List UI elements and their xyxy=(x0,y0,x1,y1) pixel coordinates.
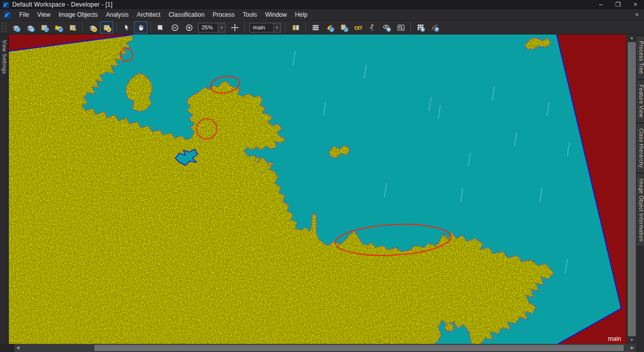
title-bar: Default Workspace - Developer - [1] – ❐ … xyxy=(0,0,644,9)
svg-text:→: → xyxy=(58,27,62,31)
restore-button[interactable]: ❐ xyxy=(609,0,627,9)
menu-image-objects[interactable]: Image Objects xyxy=(54,10,102,20)
svg-text:i: i xyxy=(345,27,346,31)
glasses-icon xyxy=(354,23,363,32)
stackSave-icon xyxy=(26,23,35,32)
vertical-scroll-thumb[interactable] xyxy=(628,42,636,336)
cursor-icon xyxy=(122,23,131,32)
panelPlus-icon: + xyxy=(40,23,49,32)
zoomOut-icon xyxy=(171,23,179,32)
vertical-scrollbar[interactable]: ▲ ▼ xyxy=(626,34,637,344)
save-project-button[interactable] xyxy=(23,21,37,33)
zoom-level-select[interactable]: 25%▼ xyxy=(198,23,226,32)
edit-image-layer-mixing-button[interactable] xyxy=(309,21,322,33)
menu-file[interactable]: File xyxy=(15,10,33,20)
image-view[interactable]: main xyxy=(8,34,626,344)
menu-items: FileViewImage ObjectsAnalysisArchitectCl… xyxy=(15,11,311,18)
map-select-value: main xyxy=(250,24,273,30)
svg-text:i: i xyxy=(331,27,332,31)
area-zoom-button[interactable] xyxy=(154,21,167,33)
menu-architect[interactable]: Architect xyxy=(133,10,165,20)
swooshInfo-icon: i xyxy=(326,23,334,32)
view-settings-info-button[interactable]: i xyxy=(323,21,336,33)
docInfo-icon: i xyxy=(340,23,348,32)
tab-view-settings[interactable]: View Settings xyxy=(1,37,8,78)
menu-analysis[interactable]: Analysis xyxy=(102,10,133,20)
scroll-right-icon[interactable]: ▶ xyxy=(629,344,636,352)
document-close-icon[interactable]: × xyxy=(630,11,644,18)
splitWin-icon xyxy=(292,23,300,32)
main-area: View Settings xyxy=(0,34,644,344)
menu-classification[interactable]: Classification xyxy=(165,10,209,20)
areaZoom-icon xyxy=(156,23,165,32)
tab-feature-view[interactable]: Feature View xyxy=(637,81,644,122)
panWindow-icon xyxy=(231,23,239,32)
split-window-button[interactable] xyxy=(289,21,302,33)
svg-text:+: + xyxy=(17,27,19,31)
stackCoin-icon xyxy=(88,23,97,32)
chevron-down-icon[interactable]: ▼ xyxy=(218,23,225,32)
chevron-down-icon[interactable]: ▼ xyxy=(273,23,280,32)
open-project-button[interactable]: → xyxy=(52,21,65,33)
zoom-in-button[interactable] xyxy=(182,21,196,33)
panelCoin-icon xyxy=(103,23,111,32)
menu-logo-icon xyxy=(4,11,11,19)
menu-tools[interactable]: Tools xyxy=(239,10,261,20)
create-new-workspace-button[interactable]: + xyxy=(38,21,51,33)
tab-process-tree[interactable]: Process Tree xyxy=(637,37,644,78)
curvePencil-icon xyxy=(431,23,439,32)
toolbar-separator xyxy=(410,22,411,32)
zoom-out-button[interactable] xyxy=(168,21,181,33)
zoom-level-select-value: 25% xyxy=(199,24,218,30)
app-logo-icon xyxy=(3,2,9,8)
view-classification-button[interactable] xyxy=(100,21,113,33)
menu-help[interactable]: Help xyxy=(291,10,312,20)
scrollbar-corner-left xyxy=(0,344,14,352)
toolbar-separator xyxy=(150,22,151,32)
scroll-down-icon[interactable]: ▼ xyxy=(627,337,637,344)
horizontal-scrollbar[interactable]: ◀ ▶ xyxy=(14,344,636,352)
classified-image[interactable] xyxy=(9,34,626,344)
close-button[interactable]: × xyxy=(627,0,644,9)
menu-view[interactable]: View xyxy=(33,10,54,20)
toolbar-separator xyxy=(244,22,245,32)
minimize-button[interactable]: – xyxy=(592,0,609,9)
menu-bar: FileViewImage ObjectsAnalysisArchitectCl… xyxy=(0,9,644,21)
view-layer-button[interactable] xyxy=(86,21,99,33)
horizontal-scroll-thumb[interactable] xyxy=(94,345,624,351)
hand-icon xyxy=(137,23,145,32)
edit-thematic-layers-button[interactable] xyxy=(428,21,441,33)
normal-cursor-button[interactable] xyxy=(120,21,133,33)
svg-text:+: + xyxy=(45,27,47,31)
right-panel-strip: Process TreeFeature ViewClass HierarchyI… xyxy=(637,34,644,344)
scroll-up-icon[interactable]: ▲ xyxy=(627,34,637,42)
tab-class-hierarchy[interactable]: Class Hierarchy xyxy=(637,124,644,172)
toolbar-separator xyxy=(82,22,83,32)
pan-tool-button[interactable] xyxy=(134,21,147,33)
pan-window-button[interactable] xyxy=(228,21,241,33)
menu-process[interactable]: Process xyxy=(209,10,239,20)
toolbar-separator xyxy=(285,22,286,32)
toolbar-grip[interactable] xyxy=(2,23,7,32)
map-name-label: main xyxy=(608,335,621,342)
window-title: Default Workspace - Developer - [1] xyxy=(12,1,592,8)
toolbar: ++→25%▼main▼ii xyxy=(0,21,644,34)
map-select[interactable]: main▼ xyxy=(249,23,281,32)
manage-customized-features-button[interactable] xyxy=(414,21,427,33)
panelFolder-icon xyxy=(69,23,77,32)
findBox-icon xyxy=(397,23,405,32)
scroll-left-icon[interactable]: ◀ xyxy=(14,344,21,352)
zoom-scene-to-window-button[interactable] xyxy=(394,21,407,33)
menu-window[interactable]: Window xyxy=(261,10,291,20)
bars-icon xyxy=(311,23,320,32)
object-hierarchy-button[interactable] xyxy=(366,21,379,33)
folderIn-icon: → xyxy=(54,23,63,32)
left-panel-strip: View Settings xyxy=(0,34,8,344)
show-3d-view-button[interactable] xyxy=(351,21,365,33)
app-window: Default Workspace - Developer - [1] – ❐ … xyxy=(0,0,644,352)
image-object-information-button[interactable]: i xyxy=(337,21,350,33)
create-new-project-button[interactable]: + xyxy=(9,21,22,33)
edit-highlight-colors-button[interactable] xyxy=(380,21,393,33)
open-workspace-button[interactable] xyxy=(66,21,79,33)
tab-image-object-information[interactable]: Image Object Information xyxy=(637,174,644,245)
